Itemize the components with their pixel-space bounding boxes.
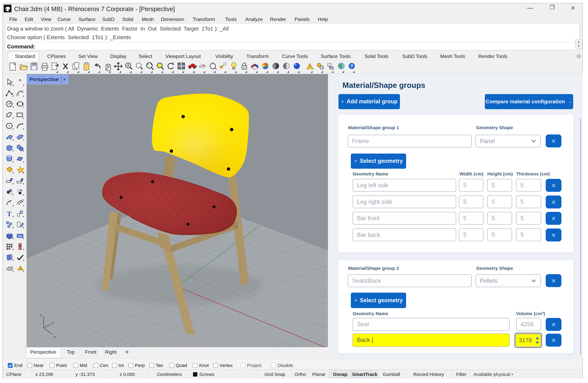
svg-text:T: T [7, 210, 11, 218]
svg-text:y: y [52, 320, 54, 325]
svg-text:x: x [54, 335, 56, 339]
svg-text:z: z [40, 313, 42, 317]
svg-text:111: 111 [18, 234, 22, 238]
svg-text:?: ? [350, 63, 353, 69]
